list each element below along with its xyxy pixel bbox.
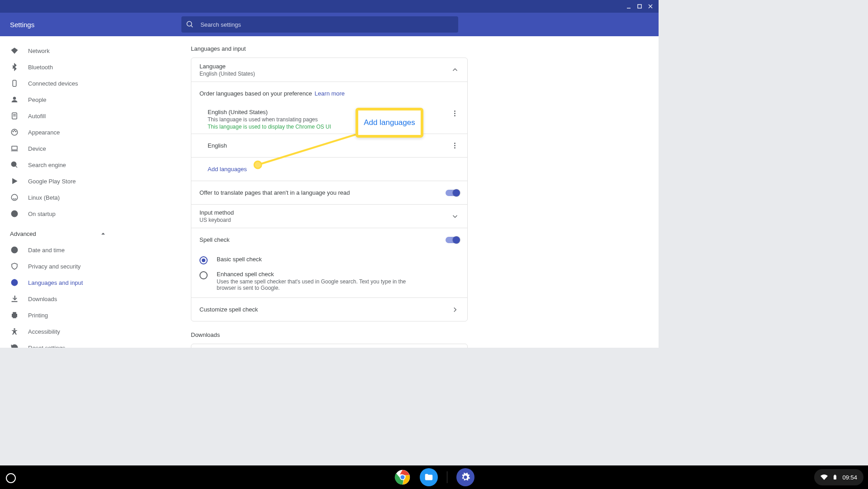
svg-line-18 <box>15 166 17 168</box>
spell-check-toggle[interactable] <box>446 237 459 243</box>
page-title: Settings <box>10 21 34 29</box>
order-preference-label: Order languages based on your preference <box>199 90 312 97</box>
system-tray[interactable]: 09:54 <box>814 469 863 485</box>
power-icon <box>10 209 19 218</box>
sidebar-item-label: Reset settings <box>28 345 65 348</box>
sidebar-item-network[interactable]: Network <box>0 43 116 59</box>
printer-icon <box>10 311 19 320</box>
language-header-row[interactable]: Language English (United States) <box>191 58 467 82</box>
close-icon[interactable] <box>645 1 656 12</box>
svg-rect-39 <box>835 475 836 476</box>
files-app-icon[interactable] <box>420 468 438 486</box>
sidebar-item-bluetooth[interactable]: Bluetooth <box>0 59 116 75</box>
offer-translate-row: Offer to translate pages that aren't in … <box>191 181 467 204</box>
svg-rect-26 <box>12 301 17 302</box>
person-icon <box>10 95 19 104</box>
sidebar-item-search-engine[interactable]: Search engine <box>0 157 116 173</box>
learn-more-link[interactable]: Learn more <box>315 90 345 97</box>
enhanced-spell-check-desc: Uses the same spell checker that's used … <box>217 278 416 291</box>
offer-translate-toggle[interactable] <box>446 190 459 196</box>
add-languages-row[interactable]: Add languages <box>191 157 467 181</box>
input-method-row[interactable]: Input method US keyboard <box>191 204 467 228</box>
launcher-button[interactable] <box>2 469 20 487</box>
sidebar: Network Bluetooth Connected devices Peop… <box>0 36 116 348</box>
basic-spell-check-label: Basic spell check <box>217 256 262 263</box>
section-title: Languages and input <box>191 45 468 52</box>
sidebar-item-people[interactable]: People <box>0 91 116 108</box>
svg-point-17 <box>11 162 16 167</box>
search-icon <box>186 20 194 29</box>
svg-rect-28 <box>13 312 16 314</box>
palette-icon <box>10 128 19 137</box>
kebab-icon[interactable] <box>450 141 459 150</box>
sidebar-item-label: Downloads <box>28 296 57 302</box>
sidebar-item-label: Printing <box>28 312 48 319</box>
sidebar-item-play-store[interactable]: Google Play Store <box>0 173 116 189</box>
minimize-icon[interactable] <box>623 1 634 12</box>
search-icon <box>10 160 19 169</box>
radio-checked-icon[interactable] <box>199 256 208 264</box>
svg-rect-38 <box>834 475 836 479</box>
offer-translate-label: Offer to translate pages that aren't in … <box>199 189 446 196</box>
sidebar-item-appearance[interactable]: Appearance <box>0 124 116 140</box>
kebab-icon[interactable] <box>450 109 459 118</box>
settings-app-icon[interactable] <box>456 468 474 486</box>
radio-unchecked-icon[interactable] <box>199 271 208 279</box>
search-box[interactable] <box>181 16 458 33</box>
sidebar-item-label: Connected devices <box>28 80 78 87</box>
sidebar-item-label: Device <box>28 145 46 152</box>
sidebar-item-label: Appearance <box>28 129 60 136</box>
maximize-icon[interactable] <box>634 1 645 12</box>
sidebar-item-label: Bluetooth <box>28 64 53 71</box>
sidebar-item-connected-devices[interactable]: Connected devices <box>0 75 116 91</box>
enhanced-spell-check-label: Enhanced spell check <box>217 271 416 278</box>
bluetooth-icon <box>10 62 19 72</box>
advanced-label: Advanced <box>10 230 36 237</box>
globe-icon <box>10 278 19 287</box>
sidebar-item-label: Linux (Beta) <box>28 194 60 201</box>
shelf-separator <box>447 471 447 483</box>
language-card: Language English (United States) Order l… <box>191 58 468 321</box>
sidebar-item-on-startup[interactable]: On startup <box>0 206 116 222</box>
callout-add-languages: Add languages <box>356 108 423 138</box>
input-method-heading: Input method <box>199 209 451 216</box>
spell-check-heading: Spell check <box>199 236 446 243</box>
sidebar-item-label: Accessibility <box>28 328 60 335</box>
sidebar-item-reset[interactable]: Reset settings <box>0 340 116 348</box>
sidebar-item-downloads[interactable]: Downloads <box>0 291 116 307</box>
sidebar-advanced-header[interactable]: Advanced <box>0 225 116 242</box>
window-titlebar <box>0 0 659 13</box>
app-header: Settings <box>0 13 659 36</box>
customize-spell-check-label: Customize spell check <box>199 306 451 313</box>
svg-rect-6 <box>13 80 16 86</box>
download-icon <box>10 294 19 303</box>
clock-icon <box>10 245 19 254</box>
sidebar-item-printing[interactable]: Printing <box>0 307 116 323</box>
order-preference-row: Order languages based on your preference… <box>191 82 467 105</box>
main-panel: Languages and input Language English (Un… <box>116 36 659 348</box>
chrome-app-icon[interactable] <box>394 468 412 486</box>
chevron-up-icon <box>100 231 106 236</box>
shield-icon <box>10 262 19 271</box>
language-entry-name: English <box>208 142 450 149</box>
basic-spell-check-option[interactable]: Basic spell check <box>191 251 467 269</box>
downloads-card: Location Change <box>191 344 468 348</box>
sidebar-item-date-time[interactable]: Date and time <box>0 242 116 258</box>
svg-line-5 <box>191 25 193 27</box>
sidebar-item-autofill[interactable]: Autofill <box>0 108 116 124</box>
add-languages-link[interactable]: Add languages <box>208 166 247 173</box>
svg-point-7 <box>13 97 16 100</box>
sidebar-item-device[interactable]: Device <box>0 140 116 157</box>
search-input[interactable] <box>200 21 454 28</box>
history-icon <box>10 343 19 348</box>
sidebar-item-accessibility[interactable]: Accessibility <box>0 323 116 340</box>
sidebar-item-privacy[interactable]: Privacy and security <box>0 258 116 274</box>
sidebar-item-languages[interactable]: Languages and input <box>0 274 116 291</box>
customize-spell-check-row[interactable]: Customize spell check <box>191 297 467 321</box>
sidebar-item-label: Google Play Store <box>28 178 76 185</box>
enhanced-spell-check-option[interactable]: Enhanced spell check Uses the same spell… <box>191 269 467 297</box>
sidebar-item-linux[interactable]: Linux (Beta) <box>0 189 116 206</box>
phone-icon <box>10 79 19 88</box>
svg-point-12 <box>13 131 14 132</box>
sidebar-item-label: Search engine <box>28 162 66 168</box>
